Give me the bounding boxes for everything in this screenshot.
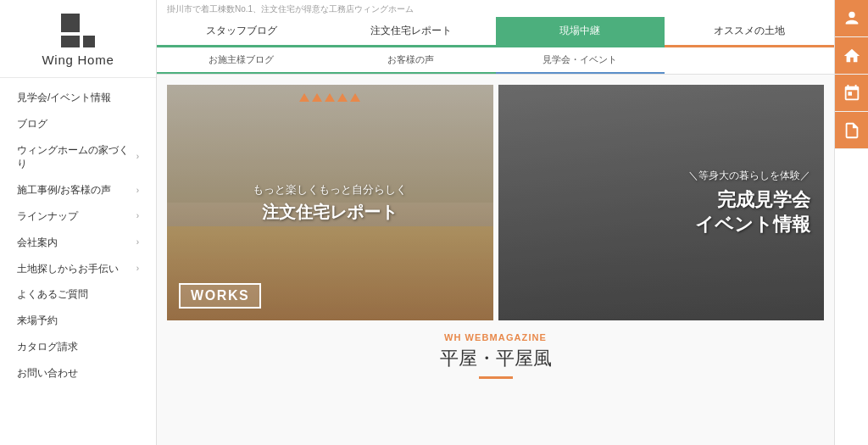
svg-point-0 <box>849 11 854 17</box>
person-icon-button[interactable] <box>835 0 869 37</box>
top-bar: 掛川市で着工棟数No.1、注文住宅が得意な工務店ウィングホーム スタッフブログ … <box>157 0 834 75</box>
home-icon <box>843 47 861 65</box>
logo-block-bl <box>61 36 80 47</box>
document-icon-button[interactable] <box>835 112 869 149</box>
logo-block-br <box>83 36 95 47</box>
chevron-right-icon: › <box>136 263 139 275</box>
calendar-icon <box>843 84 861 103</box>
tab-recommended-land[interactable]: オススメの土地 <box>665 17 834 47</box>
tab-order-report[interactable]: 注文住宅レポート <box>326 17 496 47</box>
hero-left-card[interactable]: もっと楽しくもっと自分らしく 注文住宅レポート WORKS <box>167 85 493 320</box>
sidebar-item-company[interactable]: 会社案内 › <box>0 230 156 256</box>
works-badge: WORKS <box>179 283 261 309</box>
home-icon-button[interactable] <box>835 37 869 75</box>
triangle-2 <box>312 93 322 102</box>
bottom-underline <box>479 376 513 379</box>
sidebar-item-land[interactable]: 土地探しからお手伝い › <box>0 256 156 282</box>
webmag-label: WH WEBMAGAZINE <box>157 332 834 342</box>
logo-area: Wing Home <box>0 0 156 78</box>
tab-live-site[interactable]: 現場中継 <box>496 17 665 47</box>
triangle-5 <box>350 93 360 102</box>
main-content: 掛川市で着工棟数No.1、注文住宅が得意な工務店ウィングホーム スタッフブログ … <box>157 0 834 445</box>
tab-owner-blog[interactable]: お施主様ブログ <box>157 47 326 74</box>
decorative-triangles <box>299 93 360 102</box>
tab-staff-blog[interactable]: スタッフブログ <box>157 17 326 47</box>
chevron-right-icon: › <box>136 236 139 248</box>
person-icon <box>843 9 861 28</box>
brand-name: Wing Home <box>42 53 114 67</box>
nav-tabs-row1: スタッフブログ 注文住宅レポート 現場中継 オススメの土地 <box>157 17 834 47</box>
chevron-right-icon: › <box>136 185 139 197</box>
triangle-4 <box>337 93 348 102</box>
sidebar-item-cases[interactable]: 施工事例/お客様の声 › <box>0 177 156 203</box>
sidebar-item-event-info[interactable]: 見学会/イベント情報 <box>0 85 156 111</box>
sidebar-item-catalog[interactable]: カタログ請求 <box>0 334 156 360</box>
hero-left-text: もっと楽しくもっと自分らしく 注文住宅レポート <box>253 182 407 223</box>
chevron-right-icon: › <box>136 151 139 163</box>
content-area: もっと楽しくもっと自分らしく 注文住宅レポート WORKS ＼等身大の暮らしを体… <box>157 75 834 445</box>
tab-event[interactable]: 見学会・イベント <box>496 47 665 74</box>
triangle-3 <box>325 93 335 102</box>
triangle-1 <box>299 93 309 102</box>
sidebar-item-contact[interactable]: お問い合わせ <box>0 360 156 387</box>
bottom-title: 平屋・平屋風 <box>157 346 834 371</box>
tab-empty <box>665 47 834 74</box>
document-icon <box>843 121 861 140</box>
right-sidebar <box>834 0 868 445</box>
tab-customer-voice[interactable]: お客様の声 <box>326 47 496 74</box>
calendar-icon-button[interactable] <box>835 75 869 112</box>
sidebar-item-house-making[interactable]: ウィングホームの家づくり › <box>0 137 156 178</box>
nav-tabs-row2: お施主様ブログ お客様の声 見学会・イベント <box>157 47 834 74</box>
sidebar-nav: 見学会/イベント情報 ブログ ウィングホームの家づくり › 施工事例/お客様の声… <box>0 78 156 445</box>
hero-section: もっと楽しくもっと自分らしく 注文住宅レポート WORKS ＼等身大の暮らしを体… <box>157 75 834 320</box>
logo-block-tl <box>61 14 80 32</box>
sidebar: Wing Home 見学会/イベント情報 ブログ ウィングホームの家づくり › … <box>0 0 157 445</box>
sidebar-item-lineup[interactable]: ラインナップ › <box>0 203 156 230</box>
bottom-section: WH WEBMAGAZINE 平屋・平屋風 <box>157 320 834 379</box>
chevron-right-icon: › <box>136 210 139 222</box>
logo-graphic <box>61 14 95 47</box>
sidebar-item-visit[interactable]: 来場予約 <box>0 308 156 334</box>
sidebar-item-blog[interactable]: ブログ <box>0 111 156 137</box>
hero-right-text: ＼等身大の暮らしを体験／ 完成見学会 イベント情報 <box>688 169 810 236</box>
hero-right-card[interactable]: ＼等身大の暮らしを体験／ 完成見学会 イベント情報 <box>498 85 825 320</box>
tagline: 掛川市で着工棟数No.1、注文住宅が得意な工務店ウィングホーム <box>157 0 834 17</box>
sidebar-item-faq[interactable]: よくあるご質問 <box>0 281 156 308</box>
